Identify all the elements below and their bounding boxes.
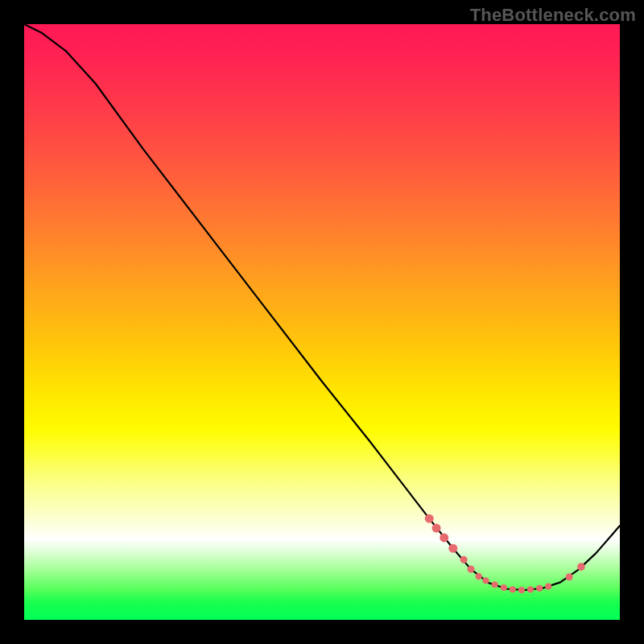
curve-marker: [536, 585, 543, 592]
chart-stage: TheBottleneck.com: [0, 0, 644, 644]
attribution-text: TheBottleneck.com: [470, 5, 636, 26]
curve-marker: [518, 587, 525, 593]
curve-marker: [448, 544, 457, 553]
curve-marker: [545, 584, 551, 590]
curve-marker: [475, 573, 481, 580]
curve-marker: [440, 533, 448, 542]
curve-layer: [24, 24, 620, 620]
curve-marker: [492, 581, 498, 588]
curve-marker: [577, 563, 585, 571]
curve-marker: [432, 524, 441, 533]
curve-marker: [566, 573, 573, 580]
curve-marker: [425, 514, 434, 523]
bottleneck-curve: [24, 24, 620, 590]
plot-area: [24, 24, 620, 620]
curve-marker: [527, 586, 534, 592]
curve-marker: [460, 556, 468, 564]
curve-marker: [483, 577, 489, 584]
curve-marker: [510, 586, 516, 592]
curve-marker: [501, 584, 507, 591]
curve-marker: [468, 566, 475, 573]
